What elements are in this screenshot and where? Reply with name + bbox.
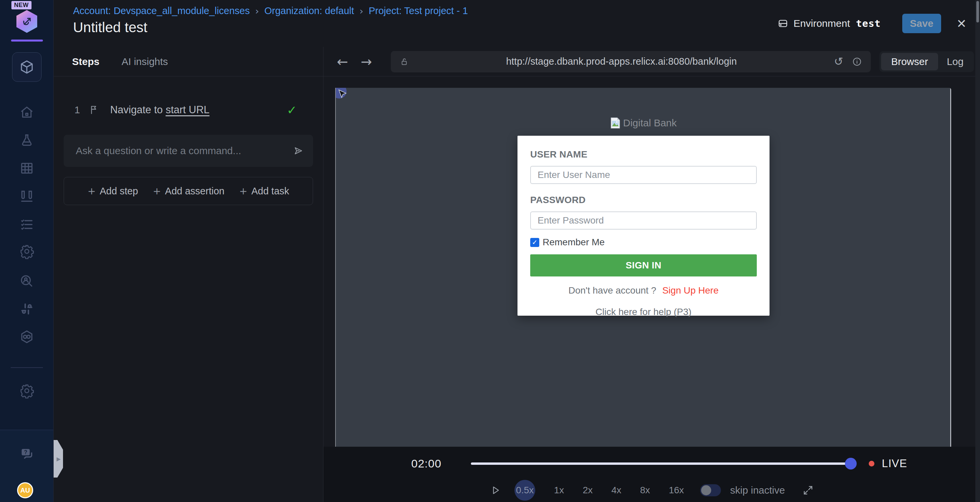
tab-ai-insights[interactable]: AI insights (122, 56, 168, 67)
remember-me-label: Remember Me (542, 237, 605, 248)
add-step-button[interactable]: + Add step (88, 185, 138, 197)
breadcrumb-project[interactable]: Project: Test project - 1 (369, 5, 468, 17)
url-text[interactable]: http://stage.dbank.prod-apps.relicx.ai:8… (409, 56, 834, 67)
play-icon[interactable] (490, 485, 501, 496)
username-input[interactable] (530, 166, 757, 184)
speed-0.5x-button[interactable]: 0.5x (514, 480, 535, 500)
signup-prefix: Don't have account ? (568, 285, 656, 295)
sidebar-item-config[interactable] (0, 244, 54, 259)
avatar-initials: AU (21, 486, 30, 494)
remember-me-row: ✓ Remember Me (530, 237, 757, 248)
plus-icon: + (239, 185, 247, 197)
browser-pane: ← → http://stage.dbank.prod-apps.relicx.… (323, 47, 980, 502)
live-label: LIVE (882, 457, 907, 470)
test-tubes-icon (19, 189, 35, 204)
page-title: Untitled test (73, 19, 148, 35)
app-logo[interactable] (16, 10, 37, 33)
view-tabs: Browser Log (880, 51, 974, 72)
reload-icon[interactable]: ↺ (834, 56, 843, 67)
playback-controls: 0.5x 1x 2x 4x 8x 16x skip inactive (323, 479, 980, 502)
plus-icon: + (153, 185, 161, 197)
grid-icon (19, 160, 35, 176)
breadcrumb-organization[interactable]: Organization: default (264, 5, 354, 17)
environment-icon (778, 18, 788, 29)
step-start-url-link[interactable]: start URL (165, 104, 210, 116)
browser-viewport[interactable]: Digital Bank USER NAME PASSWORD ✓ Rememb… (335, 88, 951, 447)
toggle-knob (701, 485, 711, 495)
sidebar-item-tests[interactable] (0, 133, 54, 148)
sign-in-button[interactable]: SIGN IN (530, 254, 757, 276)
sidebar-divider (11, 367, 43, 368)
info-icon[interactable] (852, 57, 862, 67)
skip-inactive-toggle[interactable] (700, 484, 721, 496)
avatar[interactable]: AU (17, 482, 33, 498)
flask-icon (19, 133, 35, 148)
tab-steps[interactable]: Steps (72, 56, 100, 67)
slack-icon (19, 301, 35, 317)
speed-4x-button[interactable]: 4x (611, 485, 621, 496)
url-bar[interactable]: http://stage.dbank.prod-apps.relicx.ai:8… (391, 51, 871, 72)
topbar: Account: Devspace_all_module_licenses › … (54, 0, 980, 47)
send-icon[interactable] (293, 145, 304, 156)
sidebar-item-cicd[interactable] (0, 329, 54, 345)
help-link[interactable]: Click here for help (P3) (530, 307, 757, 317)
settings-gear-icon (19, 383, 35, 399)
add-step-label: Add step (100, 186, 138, 197)
fullscreen-icon[interactable] (802, 485, 814, 496)
speed-1x-button[interactable]: 1x (554, 485, 564, 496)
infinity-hexagon-icon (19, 329, 35, 345)
flyout-arrow-icon: ▶ (57, 456, 60, 462)
dbank-logo-alt-text: Digital Bank (623, 117, 677, 129)
app-scrollbar-thumb[interactable] (976, 1, 979, 22)
home-icon (19, 105, 35, 120)
sidebar-item-settings[interactable] (0, 383, 54, 399)
add-assertion-label: Add assertion (165, 186, 224, 197)
forward-icon[interactable]: → (361, 55, 372, 68)
seek-track[interactable] (471, 462, 851, 465)
lock-icon (399, 57, 409, 66)
password-input[interactable] (530, 211, 757, 230)
speed-8x-button[interactable]: 8x (640, 485, 650, 496)
back-icon[interactable]: ← (337, 55, 348, 68)
tab-browser[interactable]: Browser (881, 53, 938, 70)
speed-16x-button[interactable]: 16x (669, 485, 684, 496)
tab-log[interactable]: Log (938, 53, 972, 70)
close-icon[interactable]: ✕ (956, 17, 967, 30)
password-label: PASSWORD (530, 195, 757, 205)
sign-up-link[interactable]: Sign Up Here (662, 285, 719, 295)
breadcrumb: Account: Devspace_all_module_licenses › … (73, 5, 468, 17)
seek-thumb[interactable] (845, 458, 857, 470)
breadcrumb-account[interactable]: Account: Devspace_all_module_licenses (73, 5, 250, 17)
timeline: 02:00 LIVE (323, 453, 980, 473)
sidebar-item-integrations[interactable] (0, 301, 54, 317)
environment-label: Environment (794, 18, 850, 29)
sidebar-item-sessions[interactable] (0, 273, 54, 289)
sidebar-item-tasks[interactable] (0, 217, 54, 232)
logo-glyph-icon (20, 15, 33, 28)
app-scrollbar[interactable] (975, 0, 980, 502)
command-input[interactable] (76, 145, 293, 157)
sidebar-item-builder[interactable] (12, 52, 41, 82)
save-button[interactable]: Save (902, 14, 941, 33)
step-row[interactable]: 1 Navigate to start URL ✓ (54, 100, 323, 120)
live-dot-icon (869, 461, 874, 467)
sidebar-item-suites[interactable] (0, 160, 54, 176)
flag-icon (89, 105, 100, 115)
add-task-button[interactable]: + Add task (239, 185, 289, 197)
sidebar-item-help[interactable]: ? (0, 446, 54, 462)
viewport-scrollbar[interactable] (950, 88, 951, 447)
plus-icon: + (88, 185, 95, 197)
add-assertion-button[interactable]: + Add assertion (153, 185, 224, 197)
sidebar-item-home[interactable] (0, 105, 54, 120)
browser-toolbar: ← → http://stage.dbank.prod-apps.relicx.… (323, 47, 980, 76)
topbar-actions: Environment test Save ✕ (778, 0, 967, 47)
sidebar-item-runs[interactable] (0, 189, 54, 204)
skip-inactive-label: skip inactive (730, 485, 785, 496)
steps-panel-tabs: Steps AI insights (54, 47, 323, 76)
speed-2x-button[interactable]: 2x (583, 485, 593, 496)
steps-panel: Steps AI insights 1 Navigate to start UR… (54, 47, 323, 502)
environment-value[interactable]: test (856, 18, 881, 29)
remember-me-checkbox[interactable]: ✓ (530, 238, 539, 247)
broken-image-icon (610, 117, 620, 129)
chevron-right-icon: › (255, 5, 259, 17)
